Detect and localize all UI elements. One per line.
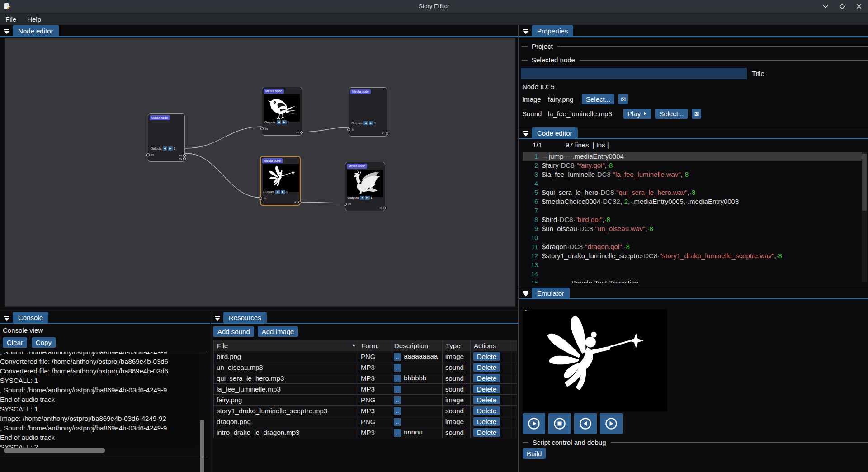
close-icon[interactable] bbox=[855, 2, 863, 10]
sound-play-button[interactable]: Play bbox=[623, 109, 651, 119]
code-line[interactable]: 6$mediaChoice0004·DC32,·2,·.mediaEntry00… bbox=[523, 197, 862, 206]
code-area[interactable]: 1→jump····.mediaEntry00042$fairy·DC8·"fa… bbox=[523, 152, 862, 283]
edit-description-button[interactable]: .. bbox=[394, 353, 401, 361]
collapse-node-editor-icon[interactable] bbox=[2, 27, 11, 36]
collapse-properties-icon[interactable] bbox=[521, 27, 530, 36]
delete-button[interactable]: Delete bbox=[473, 396, 500, 404]
edit-description-button[interactable]: .. bbox=[394, 364, 401, 372]
tab-console[interactable]: Console bbox=[13, 312, 48, 324]
outputs-prev-button[interactable]: ◀ bbox=[163, 146, 167, 151]
console-vertical-scrollbar[interactable] bbox=[200, 420, 204, 472]
input-port[interactable] bbox=[260, 127, 264, 130]
collapse-resources-icon[interactable] bbox=[213, 313, 222, 322]
column-header-file[interactable]: File▲ bbox=[214, 340, 358, 351]
output-port[interactable] bbox=[183, 154, 186, 157]
outputs-prev-button[interactable]: ◀ bbox=[360, 196, 364, 200]
maximize-icon[interactable] bbox=[838, 2, 846, 10]
menu-help[interactable]: Help bbox=[22, 14, 47, 24]
code-line[interactable]: 11$dragon·DC8·"dragon.qoi",·8 bbox=[523, 242, 862, 251]
console-horizontal-scrollbar[interactable] bbox=[4, 448, 105, 453]
outputs-prev-button[interactable]: ◀ bbox=[363, 121, 368, 125]
image-clear-button[interactable]: ⊠ bbox=[618, 94, 628, 104]
edit-description-button[interactable]: .. bbox=[394, 407, 401, 415]
code-line[interactable]: 8$bird·DC8·"bird.qoi",·8 bbox=[523, 215, 862, 224]
code-line[interactable]: 10 bbox=[523, 233, 862, 242]
code-line[interactable]: 1→jump····.mediaEntry0004 bbox=[523, 152, 862, 161]
stop-button[interactable] bbox=[548, 413, 571, 434]
play-button[interactable] bbox=[523, 413, 545, 434]
code-line[interactable]: 7 bbox=[523, 206, 862, 215]
input-port[interactable] bbox=[347, 128, 350, 131]
outputs-next-button[interactable]: ▶ bbox=[281, 190, 285, 194]
delete-button[interactable]: Delete bbox=[473, 428, 500, 437]
code-scrollbar-thumb[interactable] bbox=[862, 154, 867, 211]
input-port[interactable] bbox=[344, 203, 347, 206]
tab-emulator[interactable]: Emulator bbox=[532, 288, 570, 299]
delete-button[interactable]: Delete bbox=[473, 374, 500, 382]
tab-code-editor[interactable]: Code editor bbox=[532, 127, 578, 139]
tab-properties[interactable]: Properties bbox=[532, 25, 573, 37]
step-back-button[interactable] bbox=[574, 413, 597, 434]
outputs-next-button[interactable]: ▶ bbox=[168, 146, 173, 151]
image-select-button[interactable]: Select... bbox=[582, 94, 614, 104]
title-input[interactable] bbox=[521, 68, 747, 79]
outputs-next-button[interactable]: ▶ bbox=[369, 121, 373, 125]
output-port[interactable] bbox=[386, 132, 388, 135]
build-button[interactable]: Build bbox=[523, 448, 546, 459]
column-header-description[interactable]: Description bbox=[391, 340, 443, 351]
copy-button[interactable]: Copy bbox=[32, 337, 56, 348]
column-header-spacer[interactable] bbox=[510, 340, 517, 351]
media-node[interactable]: Media nodeOutputs◀▶1In#1 bbox=[260, 156, 301, 206]
code-line[interactable]: 12$story1_drako_luminelle_sceptre·DC8·"s… bbox=[523, 251, 862, 260]
input-port[interactable] bbox=[259, 197, 262, 200]
delete-button[interactable]: Delete bbox=[473, 406, 500, 415]
output-port[interactable] bbox=[383, 207, 386, 209]
output-port[interactable] bbox=[298, 201, 301, 203]
column-header-form-[interactable]: Form. bbox=[358, 340, 391, 351]
outputs-prev-button[interactable]: ◀ bbox=[277, 120, 281, 124]
code-line[interactable]: 14 bbox=[523, 269, 862, 278]
delete-button[interactable]: Delete bbox=[473, 352, 500, 361]
outputs-next-button[interactable]: ▶ bbox=[365, 196, 370, 200]
code-line[interactable]: 13 bbox=[523, 260, 862, 269]
tab-resources[interactable]: Resources bbox=[223, 312, 267, 324]
code-line[interactable]: 5$qui_sera_le_hero·DC8·"qui_sera_le_hero… bbox=[523, 188, 862, 197]
code-line[interactable]: 4 bbox=[523, 179, 862, 188]
step-forward-button[interactable] bbox=[600, 413, 623, 434]
panel-divider[interactable] bbox=[0, 311, 518, 311]
panel-divider[interactable] bbox=[519, 127, 868, 127]
minimize-icon[interactable] bbox=[821, 2, 829, 10]
edit-description-button[interactable]: .. bbox=[394, 418, 401, 426]
media-node[interactable]: Media nodeOutputs◀▶1In#1 bbox=[262, 87, 302, 136]
media-node[interactable]: Media nodeOutputs◀▶1In#1 bbox=[349, 87, 387, 137]
outputs-next-button[interactable]: ▶ bbox=[282, 120, 287, 124]
panel-divider[interactable] bbox=[210, 312, 210, 472]
panel-divider[interactable] bbox=[518, 25, 519, 472]
delete-button[interactable]: Delete bbox=[473, 363, 500, 372]
code-line[interactable]: 15·············Boucle·Text·Transition bbox=[523, 278, 862, 283]
tab-node-editor[interactable]: Node editor bbox=[13, 25, 59, 37]
code-line[interactable]: 2$fairy·DC8·"fairy.qoi",·8 bbox=[523, 161, 862, 170]
panel-divider[interactable] bbox=[519, 287, 868, 287]
clear-button[interactable]: Clear bbox=[3, 337, 27, 348]
edit-description-button[interactable]: .. bbox=[394, 396, 401, 404]
add-sound-button[interactable]: Add sound bbox=[213, 326, 254, 337]
code-line[interactable]: 3$la_fee_luminelle·DC8·"la_fee_luminelle… bbox=[523, 170, 862, 179]
code-scrollbar[interactable] bbox=[862, 152, 867, 282]
add-image-button[interactable]: Add image bbox=[258, 326, 298, 337]
edit-description-button[interactable]: .. bbox=[394, 386, 401, 393]
collapse-code-editor-icon[interactable] bbox=[521, 129, 530, 138]
outputs-prev-button[interactable]: ◀ bbox=[275, 190, 280, 194]
media-node[interactable]: Media nodeOutputs◀▶1In#1 bbox=[345, 162, 385, 211]
collapse-console-icon[interactable] bbox=[2, 313, 11, 322]
column-header-actions[interactable]: Actions bbox=[471, 340, 510, 351]
output-port[interactable] bbox=[183, 157, 186, 160]
delete-button[interactable]: Delete bbox=[473, 385, 500, 393]
edit-description-button[interactable]: .. bbox=[394, 375, 401, 382]
input-port[interactable] bbox=[146, 153, 150, 156]
edit-description-button[interactable]: .. bbox=[394, 429, 401, 437]
delete-button[interactable]: Delete bbox=[473, 417, 500, 426]
column-header-type[interactable]: Type bbox=[443, 340, 471, 351]
node-canvas[interactable]: Media nodeOutputs◀▶2In#1#2Media nodeOutp… bbox=[5, 38, 515, 307]
collapse-emulator-icon[interactable] bbox=[521, 289, 530, 298]
